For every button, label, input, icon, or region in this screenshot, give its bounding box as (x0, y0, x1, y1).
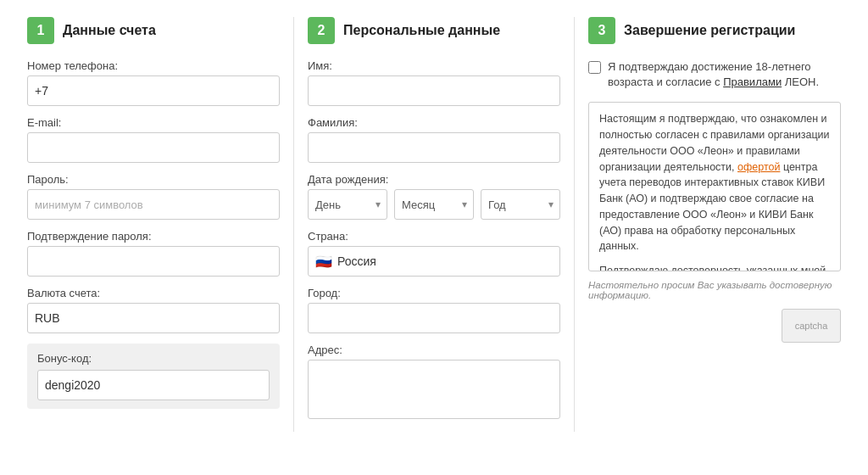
age-confirm-label: Я подтверждаю достижение 18-летнего возр… (608, 59, 841, 90)
city-label: Город: (308, 287, 560, 299)
country-field[interactable]: 🇷🇺 Россия (308, 246, 560, 277)
flag-icon: 🇷🇺 (315, 254, 332, 270)
password-confirm-label: Подтверждение пароля: (27, 230, 280, 243)
password-group: Пароль: (27, 173, 280, 220)
section3-header: 3 Завершение регистрации (588, 17, 841, 44)
city-input[interactable] (308, 303, 560, 333)
phone-label: Номер телефона: (27, 59, 280, 72)
dob-label: Дата рождения: (308, 173, 560, 186)
checkbox-text-part2: ЛЕОН. (782, 75, 819, 88)
month-wrapper: Месяц (394, 189, 474, 220)
lastname-group: Фамилия: (308, 116, 560, 163)
month-select[interactable]: Месяц (394, 189, 474, 220)
email-group: E-mail: (27, 116, 280, 163)
step3-badge: 3 (588, 17, 615, 44)
email-input[interactable] (27, 132, 280, 163)
email-label: E-mail: (27, 116, 280, 129)
password-label: Пароль: (27, 173, 280, 186)
phone-input[interactable] (27, 75, 280, 106)
currency-label: Валюта счета: (27, 287, 280, 299)
legal-note: Настоятельно просим Вас указывать достов… (588, 280, 841, 300)
section1-header: 1 Данные счета (27, 17, 280, 44)
country-group: Страна: 🇷🇺 Россия (308, 230, 560, 277)
lastname-label: Фамилия: (308, 116, 560, 129)
currency-input[interactable] (27, 303, 280, 333)
address-group: Адрес: (308, 344, 560, 422)
currency-group: Валюта счета: (27, 287, 280, 333)
legal-box[interactable]: Настоящим я подтверждаю, что ознакомлен … (588, 102, 841, 271)
password-confirm-group: Подтверждение пароля: (27, 230, 280, 277)
dob-group: Дата рождения: День Месяц Год (308, 173, 560, 220)
city-group: Город: (308, 287, 560, 333)
year-wrapper: Год (481, 189, 560, 220)
step1-badge: 1 (27, 17, 54, 44)
age-confirm-row: Я подтверждаю достижение 18-летнего возр… (588, 59, 841, 90)
bonus-box: Бонус-код: (27, 344, 280, 409)
legal-paragraph-2: Подтверждаю достоверность указанных мной… (599, 263, 830, 271)
dob-row: День Месяц Год (308, 189, 560, 220)
captcha-box[interactable]: captcha (782, 309, 841, 343)
section2-header: 2 Персональные данные (308, 17, 560, 44)
section-personal-data: 2 Персональные данные Имя: Фамилия: Дата… (294, 17, 575, 432)
country-label: Страна: (308, 230, 560, 243)
step2-badge: 2 (308, 17, 335, 44)
section-registration-complete: 3 Завершение регистрации Я подтверждаю д… (575, 17, 854, 432)
firstname-input[interactable] (308, 75, 560, 106)
section3-title: Завершение регистрации (624, 23, 795, 38)
phone-group: Номер телефона: (27, 59, 280, 106)
legal-paragraph-1: Настоящим я подтверждаю, что ознакомлен … (599, 111, 830, 254)
address-label: Адрес: (308, 344, 560, 356)
firstname-group: Имя: (308, 59, 560, 106)
password-confirm-input[interactable] (27, 246, 280, 277)
captcha-placeholder: captcha (795, 321, 828, 331)
address-textarea[interactable] (308, 360, 560, 419)
page-container: 1 Данные счета Номер телефона: E-mail: П… (0, 0, 868, 449)
section1-title: Данные счета (63, 23, 156, 38)
lastname-input[interactable] (308, 132, 560, 163)
section-account-data: 1 Данные счета Номер телефона: E-mail: П… (14, 17, 294, 432)
section2-title: Персональные данные (343, 23, 500, 38)
day-select[interactable]: День (308, 189, 387, 220)
ofertu-link[interactable]: офертой (737, 161, 780, 173)
rules-link[interactable]: Правилами (723, 75, 782, 88)
captcha-area: captcha (588, 309, 841, 343)
password-input[interactable] (27, 189, 280, 220)
firstname-label: Имя: (308, 59, 560, 72)
day-wrapper: День (308, 189, 387, 220)
year-select[interactable]: Год (481, 189, 560, 220)
bonus-input[interactable] (37, 370, 270, 400)
country-value: Россия (337, 254, 376, 268)
age-confirm-checkbox[interactable] (588, 61, 601, 74)
bonus-label: Бонус-код: (37, 352, 270, 365)
